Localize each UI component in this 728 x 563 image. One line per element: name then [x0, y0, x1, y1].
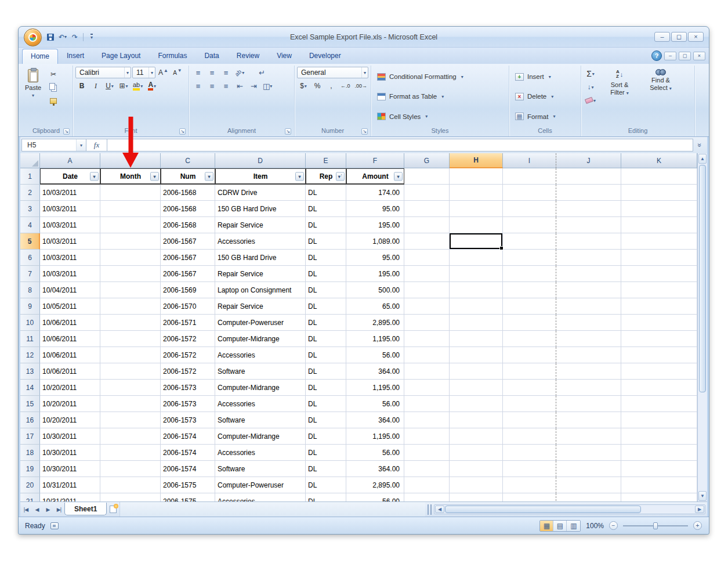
cell-H2[interactable] [450, 185, 503, 201]
cell-J18[interactable] [556, 445, 621, 461]
cell-E10[interactable]: DL [306, 315, 346, 331]
scroll-up-button[interactable]: ▲ [698, 154, 707, 164]
cell-H9[interactable] [450, 298, 503, 315]
cell-G10[interactable] [404, 315, 450, 331]
shrink-font-button[interactable]: A▼ [171, 67, 184, 78]
tab-scrollbar-splitter[interactable] [428, 504, 432, 515]
sheet-nav-prev[interactable]: ◀ [31, 504, 42, 515]
row-header-18[interactable]: 18 [20, 445, 40, 461]
cell-A7[interactable]: 10/03/2011 [40, 266, 100, 282]
macro-record-icon[interactable] [50, 522, 59, 529]
cell-I8[interactable] [503, 282, 556, 298]
cell-H14[interactable] [450, 380, 503, 396]
office-button[interactable] [24, 28, 42, 46]
cut-button[interactable]: ✂ [47, 68, 60, 80]
filter-button-num[interactable]: ▾ [205, 172, 213, 181]
fill-button[interactable]: ↓▾ [584, 81, 597, 93]
cell-I2[interactable] [503, 185, 556, 201]
cell-C19[interactable]: 2006-1574 [161, 461, 215, 477]
cell-K1[interactable] [621, 168, 697, 185]
cells-item-delete[interactable]: Delete▾ [512, 89, 578, 104]
cell-K2[interactable] [621, 185, 697, 201]
cell-F19[interactable]: 364.00 [346, 461, 404, 477]
cell-A11[interactable]: 10/06/2011 [40, 331, 100, 347]
font-color-button[interactable]: A▾ [146, 80, 158, 92]
cell-F8[interactable]: 500.00 [346, 282, 404, 298]
restore-button[interactable]: ◻ [671, 32, 687, 42]
orientation-button[interactable]: ab▾ [233, 67, 246, 78]
column-header-I[interactable]: I [503, 153, 556, 168]
cell-H3[interactable] [450, 201, 503, 217]
cell-E12[interactable]: DL [306, 347, 346, 363]
cell-J15[interactable] [556, 396, 621, 412]
cell-G20[interactable] [404, 477, 450, 493]
align-right-button[interactable]: ≡ [219, 80, 232, 92]
cell-G14[interactable] [404, 380, 450, 396]
cell-K13[interactable] [621, 363, 697, 380]
row-header-14[interactable]: 14 [20, 380, 40, 396]
cell-K16[interactable] [621, 412, 697, 428]
cell-J4[interactable] [556, 217, 621, 233]
cell-C13[interactable]: 2006-1572 [161, 363, 215, 380]
cell-A1[interactable]: Date▾ [40, 168, 100, 185]
cell-C1[interactable]: Num▾ [161, 168, 215, 185]
grow-font-button[interactable]: A▲ [157, 67, 170, 78]
cell-B7[interactable] [100, 266, 161, 282]
cell-B4[interactable] [100, 217, 161, 233]
cell-G3[interactable] [404, 201, 450, 217]
cell-B6[interactable] [100, 250, 161, 266]
row-header-20[interactable]: 20 [20, 477, 40, 493]
cell-I15[interactable] [503, 396, 556, 412]
cell-B15[interactable] [100, 396, 161, 412]
row-header-11[interactable]: 11 [20, 331, 40, 347]
cell-E5[interactable]: DL [306, 233, 346, 250]
sheet-nav-first[interactable]: |◀ [20, 504, 31, 515]
cell-C4[interactable]: 2006-1568 [161, 217, 215, 233]
italic-button[interactable]: I [89, 80, 102, 92]
cell-K11[interactable] [621, 331, 697, 347]
cell-C15[interactable]: 2006-1573 [161, 396, 215, 412]
cell-A13[interactable]: 10/06/2011 [40, 363, 100, 380]
cell-J12[interactable] [556, 347, 621, 363]
cell-C12[interactable]: 2006-1572 [161, 347, 215, 363]
cell-K8[interactable] [621, 282, 697, 298]
cell-E7[interactable]: DL [306, 266, 346, 282]
cell-J10[interactable] [556, 315, 621, 331]
cell-K21[interactable] [621, 493, 697, 501]
cell-I16[interactable] [503, 412, 556, 428]
column-header-A[interactable]: A [40, 153, 100, 168]
format-painter-button[interactable] [47, 95, 60, 107]
cell-C18[interactable]: 2006-1574 [161, 445, 215, 461]
zoom-slider[interactable] [623, 521, 688, 530]
tab-data[interactable]: Data [195, 48, 227, 64]
cell-C2[interactable]: 2006-1568 [161, 185, 215, 201]
styles-item-conditional-formatting[interactable]: Conditional Formatting▾ [374, 69, 506, 84]
cell-G19[interactable] [404, 461, 450, 477]
cell-J13[interactable] [556, 363, 621, 380]
cell-E16[interactable]: DL [306, 412, 346, 428]
cell-D19[interactable]: Software [215, 461, 306, 477]
cell-F14[interactable]: 1,195.00 [346, 380, 404, 396]
cell-A2[interactable]: 10/03/2011 [40, 185, 100, 201]
cell-D5[interactable]: Accessories [215, 233, 306, 250]
cell-B13[interactable] [100, 363, 161, 380]
name-box[interactable]: H5 ▾ [21, 139, 86, 151]
cell-A6[interactable]: 10/03/2011 [40, 250, 100, 266]
cell-B2[interactable] [100, 185, 161, 201]
cells-item-format[interactable]: Format▾ [512, 109, 578, 124]
tab-formulas[interactable]: Formulas [149, 48, 195, 64]
row-header-1[interactable]: 1 [20, 168, 40, 185]
cell-H10[interactable] [450, 315, 503, 331]
copy-button[interactable] [47, 82, 60, 93]
cell-G5[interactable] [404, 233, 450, 250]
cell-K18[interactable] [621, 445, 697, 461]
column-header-E[interactable]: E [306, 153, 346, 168]
fill-color-button[interactable]: ab▾ [131, 80, 144, 92]
cell-K12[interactable] [621, 347, 697, 363]
sheet-nav-next[interactable]: ▶ [42, 504, 53, 515]
cell-C10[interactable]: 2006-1571 [161, 315, 215, 331]
cell-G21[interactable] [404, 493, 450, 501]
cell-K6[interactable] [621, 250, 697, 266]
help-button[interactable]: ? [651, 50, 662, 61]
cell-E14[interactable]: DL [306, 380, 346, 396]
